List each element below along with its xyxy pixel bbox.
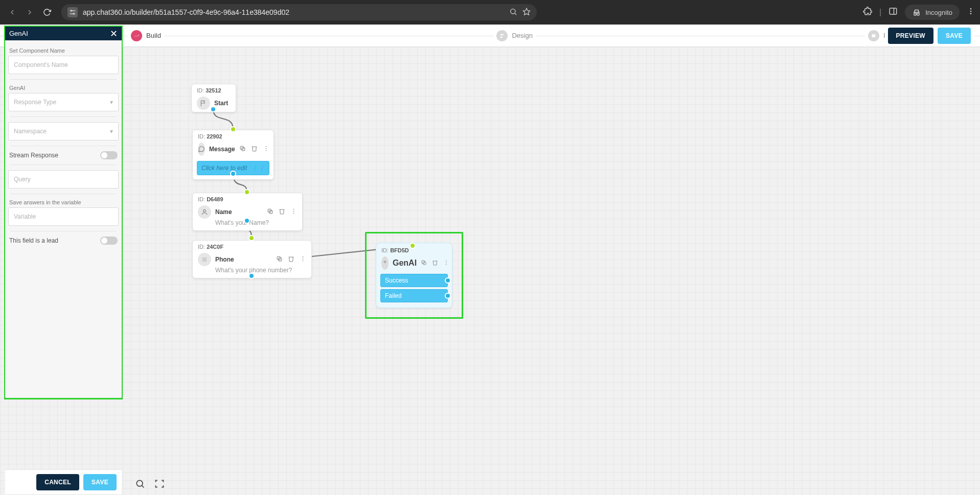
url-bar[interactable]: app.chat360.io/builder/b51a1557-c0f9-4e9… xyxy=(61,4,537,20)
svg-point-27 xyxy=(293,209,294,210)
svg-point-38 xyxy=(206,261,207,262)
delete-icon[interactable] xyxy=(251,145,258,153)
svg-marker-8 xyxy=(523,8,530,15)
node-genai[interactable]: ID: BFD5D GenAI Success Failed xyxy=(376,243,452,308)
mode-build[interactable]: Build xyxy=(128,30,164,41)
flow-canvas[interactable]: ID: 32512 Start ID: 22902 Message Click … xyxy=(0,47,980,495)
port-out[interactable] xyxy=(210,106,216,112)
more-icon[interactable] xyxy=(290,208,297,216)
incognito-indicator[interactable]: Incognito xyxy=(905,5,960,20)
node-phone-title: Phone xyxy=(215,256,234,263)
panel-toggle-icon[interactable] xyxy=(888,7,898,18)
svg-line-7 xyxy=(515,13,516,15)
node-start-id: ID: 32512 xyxy=(192,84,236,93)
variable-input[interactable] xyxy=(8,207,119,226)
panel-footer: CANCEL SAVE xyxy=(5,469,122,494)
svg-point-41 xyxy=(303,256,304,257)
copy-icon[interactable] xyxy=(276,255,283,264)
port-in[interactable] xyxy=(230,126,236,132)
svg-line-50 xyxy=(142,486,144,488)
svg-point-48 xyxy=(446,264,447,265)
nav-forward-button[interactable] xyxy=(22,5,37,19)
flag-icon xyxy=(197,97,210,110)
mode-design[interactable]: Design xyxy=(493,30,535,41)
save-button[interactable]: SAVE xyxy=(938,28,971,44)
site-settings-icon[interactable] xyxy=(67,7,78,17)
svg-point-21 xyxy=(265,146,266,147)
port-out[interactable] xyxy=(244,218,250,224)
incognito-icon xyxy=(912,8,921,17)
mode-design-label: Design xyxy=(512,32,532,39)
fit-screen-icon[interactable] xyxy=(153,478,166,490)
chevron-down-icon: ▾ xyxy=(110,128,113,135)
close-icon[interactable]: ✕ xyxy=(110,30,118,37)
publish-icon xyxy=(868,30,879,41)
port-out[interactable] xyxy=(230,171,236,177)
port-out[interactable] xyxy=(445,293,451,299)
browser-menu-icon[interactable] xyxy=(967,7,975,17)
sparkle-icon xyxy=(381,256,389,270)
nav-back-button[interactable] xyxy=(5,5,19,19)
copy-icon[interactable] xyxy=(239,145,246,153)
build-icon xyxy=(131,30,142,41)
zoom-tool-icon[interactable] xyxy=(134,478,146,490)
query-input[interactable] xyxy=(8,170,119,188)
svg-point-36 xyxy=(202,261,203,262)
svg-point-3 xyxy=(73,13,74,14)
genai-slot-success[interactable]: Success xyxy=(380,274,448,287)
lead-toggle[interactable] xyxy=(100,237,118,245)
svg-point-47 xyxy=(446,262,447,263)
svg-point-28 xyxy=(293,211,294,212)
nav-reload-button[interactable] xyxy=(40,5,54,19)
drag-handle-icon[interactable]: ⋮⋮ xyxy=(252,164,266,172)
svg-point-14 xyxy=(970,11,972,12)
keypad-icon xyxy=(198,253,211,266)
delete-icon[interactable] xyxy=(279,208,285,216)
design-icon xyxy=(496,30,508,41)
copy-icon[interactable] xyxy=(267,208,274,216)
component-name-input[interactable] xyxy=(8,56,119,74)
svg-point-11 xyxy=(914,13,917,16)
node-genai-title: GenAI xyxy=(393,258,417,268)
node-name-title: Name xyxy=(215,208,232,216)
panel-cancel-button[interactable]: CANCEL xyxy=(36,474,79,490)
message-icon xyxy=(198,143,205,156)
stream-response-toggle[interactable] xyxy=(100,151,118,159)
port-out[interactable] xyxy=(248,273,255,279)
node-start-title: Start xyxy=(214,100,228,107)
stream-response-label: Stream Response xyxy=(9,152,58,159)
port-in[interactable] xyxy=(248,235,255,241)
url-text: app.chat360.io/builder/b51a1557-c0f9-4e9… xyxy=(83,8,289,16)
response-type-select[interactable]: Response Type ▾ xyxy=(8,93,119,111)
genai-slot-failed-label: Failed xyxy=(385,292,402,299)
namespace-select[interactable]: Namespace ▾ xyxy=(8,122,119,140)
genai-slot-failed[interactable]: Failed xyxy=(380,289,448,302)
zoom-icon[interactable] xyxy=(509,8,517,17)
more-icon[interactable] xyxy=(300,255,306,264)
svg-point-30 xyxy=(202,257,203,258)
port-in[interactable] xyxy=(409,243,416,249)
svg-point-0 xyxy=(71,10,72,11)
chevron-down-icon: ▾ xyxy=(110,99,113,106)
lead-label: This field is a lead xyxy=(9,237,58,244)
bookmark-star-icon[interactable] xyxy=(522,8,531,17)
copy-icon[interactable] xyxy=(421,258,427,268)
panel-title: GenAI xyxy=(9,30,28,37)
extensions-icon[interactable] xyxy=(863,7,872,18)
browser-chrome: app.chat360.io/builder/b51a1557-c0f9-4e9… xyxy=(0,0,980,25)
delete-icon[interactable] xyxy=(432,258,438,268)
svg-point-37 xyxy=(204,261,205,262)
more-icon[interactable] xyxy=(263,145,269,153)
node-name[interactable]: ID: D6489 Name What's your Name? xyxy=(192,193,303,231)
panel-save-button[interactable]: SAVE xyxy=(83,474,117,490)
svg-point-16 xyxy=(500,34,502,35)
preview-button[interactable]: PREVIEW xyxy=(888,28,933,44)
svg-point-15 xyxy=(970,13,972,14)
delete-icon[interactable] xyxy=(288,255,294,264)
svg-point-29 xyxy=(293,213,294,214)
port-out[interactable] xyxy=(445,277,451,284)
node-phone-id: ID: 24C0F xyxy=(193,241,311,250)
port-in[interactable] xyxy=(244,189,250,195)
more-icon[interactable] xyxy=(443,258,449,268)
svg-point-13 xyxy=(970,8,972,10)
